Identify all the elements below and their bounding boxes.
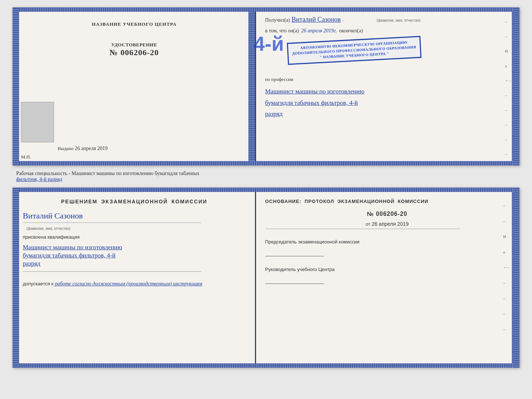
cert-label: УДОСТОВЕРЕНИЕ bbox=[109, 42, 159, 48]
from-label: от bbox=[366, 221, 370, 227]
stamp-area: 4-й АВТОНОМНУЮ НЕКОММЕРЧЕСКУЮ ОРГАНИЗАЦИ… bbox=[265, 38, 509, 71]
chairman-label: Председатель экзаменационной комиссии bbox=[265, 238, 509, 246]
mp-label: М.П. bbox=[21, 154, 31, 160]
name-hint: (фамилия, имя, отчество) bbox=[26, 227, 71, 231]
info-bar: Рабочая специальность - Машинист машины … bbox=[12, 168, 520, 185]
allows-label: допускается к bbox=[23, 281, 53, 286]
received-label: Получил(а) bbox=[265, 17, 290, 23]
border-top bbox=[12, 7, 520, 12]
profession-hw2: бумагидля табачных фильтров, 4-й bbox=[265, 97, 509, 109]
photo-placeholder bbox=[21, 102, 54, 142]
bottom-left-page: Решением экзаменационной комиссии Витали… bbox=[14, 189, 256, 367]
qual-divider bbox=[23, 271, 201, 272]
border-left bbox=[12, 7, 19, 165]
issued-line: Выдано 26 апреля 2019 bbox=[58, 146, 108, 152]
finished-label: окончил(а) bbox=[339, 28, 363, 34]
profession-hw1: Машинист машины по изготовлению bbox=[265, 86, 509, 97]
document-wrapper: НАЗВАНИЕ УЧЕБНОГО ЦЕНТРА УДОСТОВЕРЕНИЕ №… bbox=[12, 7, 520, 368]
name-line: Виталий Сазонов (фамилия, имя, отчество) bbox=[23, 211, 246, 231]
issued-label: Выдано bbox=[58, 146, 73, 151]
border-top-b bbox=[12, 188, 520, 192]
bottom-certificate-book: Решением экзаменационной комиссии Витали… bbox=[12, 188, 520, 368]
border-bottom-b bbox=[12, 363, 520, 368]
top-left-page: НАЗВАНИЕ УЧЕБНОГО ЦЕНТРА УДОСТОВЕРЕНИЕ №… bbox=[14, 8, 256, 164]
tom-date: 26 апреля 2019г. bbox=[301, 28, 337, 34]
profession-hw3: разряд bbox=[265, 108, 509, 120]
training-center-title: НАЗВАНИЕ УЧЕБНОГО ЦЕНТРА bbox=[92, 21, 177, 27]
border-right-b bbox=[513, 188, 520, 368]
side-dashes-right: – – И а ←– – – – – bbox=[503, 203, 509, 331]
recipient-hint: (фамилия, имя, отчество) bbox=[377, 18, 421, 22]
top-right-page: Получил(а) Виталий Сазонов – (фамилия, и… bbox=[256, 8, 518, 164]
director-block: Руководитель учебного Центра bbox=[265, 266, 509, 286]
name-divider bbox=[23, 222, 201, 223]
protocol-number: № 006206-20 bbox=[265, 211, 509, 217]
assigned-label: присвоена квалификация bbox=[23, 234, 246, 240]
director-label: Руководитель учебного Центра bbox=[265, 266, 509, 273]
received-line: Получил(а) Виталий Сазонов – (фамилия, и… bbox=[265, 16, 509, 24]
side-dashes: – – И а ←– – – – – – bbox=[505, 19, 511, 156]
chairman-block: Председатель экзаменационной комиссии bbox=[265, 238, 509, 259]
qual-hw3: разряд bbox=[23, 257, 246, 270]
bottom-right-page: Основание: протокол экзаменационной коми… bbox=[256, 189, 518, 367]
issued-date: 26 апреля 2019 bbox=[75, 146, 108, 151]
four-badge: 4-й bbox=[254, 32, 284, 56]
info-text2: фильтров, 4-й разряд bbox=[16, 177, 62, 182]
bottom-name-hw: Виталий Сазонов bbox=[23, 211, 246, 221]
border-right bbox=[513, 7, 520, 165]
allows-hw: работе согласно должностным (производств… bbox=[55, 281, 202, 287]
chairman-signature bbox=[265, 247, 324, 256]
tom-line: в том, что он(а) 26 апреля 2019г. окончи… bbox=[265, 28, 509, 34]
recipient-name: Виталий Сазонов bbox=[292, 16, 341, 24]
top-certificate-book: НАЗВАНИЕ УЧЕБНОГО ЦЕНТРА УДОСТОВЕРЕНИЕ №… bbox=[12, 7, 520, 165]
from-date: от 26 апреля 2019 bbox=[265, 221, 509, 227]
allows-line: допускается к работе согласно должностны… bbox=[23, 281, 246, 287]
border-left-b bbox=[12, 188, 19, 368]
director-signature bbox=[265, 275, 324, 284]
info-text: Рабочая специальность - Машинист машины … bbox=[16, 171, 200, 176]
from-date-val: 26 апреля 2019 bbox=[372, 221, 409, 227]
border-bottom bbox=[12, 161, 520, 165]
cert-number-block: УДОСТОВЕРЕНИЕ № 006206-20 bbox=[109, 42, 159, 57]
date-divider bbox=[265, 229, 461, 229]
stamp-box: АВТОНОМНУЮ НЕКОММЕРЧЕСКУЮ ОРГАНИЗАЦИЮ ДО… bbox=[287, 36, 421, 65]
cert-number: № 006206-20 bbox=[109, 48, 159, 57]
basis-title: Основание: протокол экзаменационной коми… bbox=[265, 198, 509, 205]
profession-label: по профессии bbox=[265, 76, 509, 82]
decision-title: Решением экзаменационной комиссии bbox=[23, 198, 246, 206]
